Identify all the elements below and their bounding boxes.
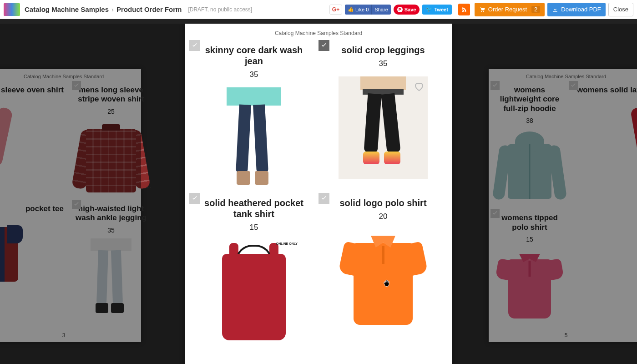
page-number: 5 (565, 332, 568, 339)
product-price: 15 (250, 223, 258, 232)
product-cell[interactable]: solid logo polo shirt 20 (318, 193, 448, 346)
product-cell[interactable]: skinny core dark wash jean 35 (189, 40, 318, 193)
product-cell[interactable]: sleeve oven shirt (0, 81, 72, 200)
product-price: 38 (526, 117, 533, 124)
page-header: Catalog Machine Samples Standard (489, 69, 637, 81)
select-check-icon[interactable] (318, 40, 329, 51)
google-plus-button[interactable]: G+ (329, 5, 342, 15)
product-cell[interactable]: pocket tee (0, 200, 72, 318)
order-count-badge: 2 (531, 6, 540, 13)
product-title: high-waisted light wash ankle jegging (75, 204, 147, 223)
product-title: womens lightweight core full-zip hoodie (493, 86, 566, 113)
heart-icon (413, 81, 425, 92)
catalog-page-current[interactable]: Catalog Machine Samples Standard skinny … (185, 24, 452, 364)
download-pdf-label: Download PDF (561, 6, 601, 13)
product-title: solid heathered pocket tank shirt (202, 197, 306, 219)
catalog-page-next[interactable]: Catalog Machine Samples Standard womens … (489, 69, 637, 342)
product-cell[interactable]: solid crop leggings 35 (318, 40, 448, 193)
product-image (75, 238, 147, 316)
app-header: Catalog Machine Samples › Product Order … (0, 0, 637, 19)
draft-status: [DRAFT, no public access] (188, 6, 252, 13)
product-image (209, 87, 298, 190)
select-check-icon[interactable] (569, 81, 578, 90)
product-title: sleeve oven shirt (1, 86, 64, 95)
catalog-stage[interactable]: Catalog Machine Samples Standard sleeve … (0, 19, 637, 364)
product-image (0, 99, 64, 177)
product-title: solid crop leggings (341, 45, 425, 56)
product-image (339, 76, 428, 179)
product-title: solid logo polo shirt (339, 197, 426, 208)
grab-cursor-icon (382, 278, 391, 289)
select-check-icon[interactable] (490, 81, 500, 90)
pinterest-save-button[interactable]: PSave (394, 5, 420, 15)
product-price: 20 (379, 212, 388, 221)
page-number: 3 (62, 332, 66, 339)
product-title: pocket tee (25, 204, 64, 213)
twitter-tweet-button[interactable]: 🐦Tweet (422, 5, 451, 15)
product-cell[interactable] (569, 209, 637, 328)
catalog-page-prev[interactable]: Catalog Machine Samples Standard sleeve … (0, 69, 141, 342)
select-check-icon[interactable] (318, 193, 329, 204)
order-request-button[interactable]: Order Request 2 (475, 3, 545, 16)
chevron-right-icon: › (111, 5, 114, 13)
facebook-button[interactable]: 👍Like 0 Share (345, 5, 391, 15)
select-check-icon[interactable] (490, 209, 500, 218)
download-icon (552, 6, 558, 13)
cart-icon (479, 6, 485, 13)
breadcrumb-root[interactable]: Catalog Machine Samples (25, 5, 109, 13)
product-cell[interactable]: womens tipped polo shirt 15 (490, 209, 569, 328)
product-image: ONLINE ONLY (209, 240, 298, 343)
page-header: Catalog Machine Samples Standard (0, 69, 141, 81)
select-check-icon[interactable] (189, 40, 200, 51)
product-price: 25 (107, 108, 115, 115)
product-cell[interactable]: solid heathered pocket tank shirt 15 ONL… (189, 193, 318, 346)
breadcrumb-leaf[interactable]: Product Order Form (116, 5, 182, 13)
order-request-label: Order Request (488, 6, 527, 13)
page-header: Catalog Machine Samples Standard (185, 24, 452, 40)
product-title: womens tipped polo shirt (493, 213, 566, 232)
social-buttons: G+ 👍Like 0 Share PSave 🐦Tweet (329, 5, 452, 15)
product-price: 35 (250, 70, 258, 79)
product-cell[interactable]: womens solid lay (569, 81, 637, 209)
download-pdf-button[interactable]: Download PDF (547, 3, 605, 16)
product-price: 35 (379, 59, 388, 68)
product-cell[interactable]: mens long sleeve stripe woven shirt 25 (72, 81, 150, 200)
rss-icon[interactable] (458, 4, 470, 15)
product-price: 15 (526, 236, 533, 243)
product-title: mens long sleeve stripe woven shirt (75, 86, 147, 104)
product-image (493, 129, 566, 206)
select-check-icon[interactable] (72, 81, 81, 90)
product-image (75, 120, 147, 197)
facebook-like[interactable]: 👍Like 0 (345, 5, 371, 15)
product-title: womens solid lay (577, 86, 637, 95)
app-logo (4, 3, 20, 16)
product-image (577, 99, 637, 177)
product-image (493, 248, 566, 325)
product-title: skinny core dark wash jean (202, 45, 306, 66)
select-check-icon[interactable] (72, 200, 81, 209)
select-check-icon[interactable] (189, 193, 200, 204)
facebook-share[interactable]: Share (371, 5, 390, 15)
close-button[interactable]: Close (608, 3, 633, 16)
product-price: 35 (107, 227, 115, 234)
toolbar-strip (0, 19, 637, 24)
breadcrumb: Catalog Machine Samples › Product Order … (25, 5, 182, 13)
product-cell[interactable]: high-waisted light wash ankle jegging 35 (72, 200, 150, 318)
product-cell[interactable]: womens lightweight core full-zip hoodie … (490, 81, 569, 209)
product-image (0, 218, 64, 295)
